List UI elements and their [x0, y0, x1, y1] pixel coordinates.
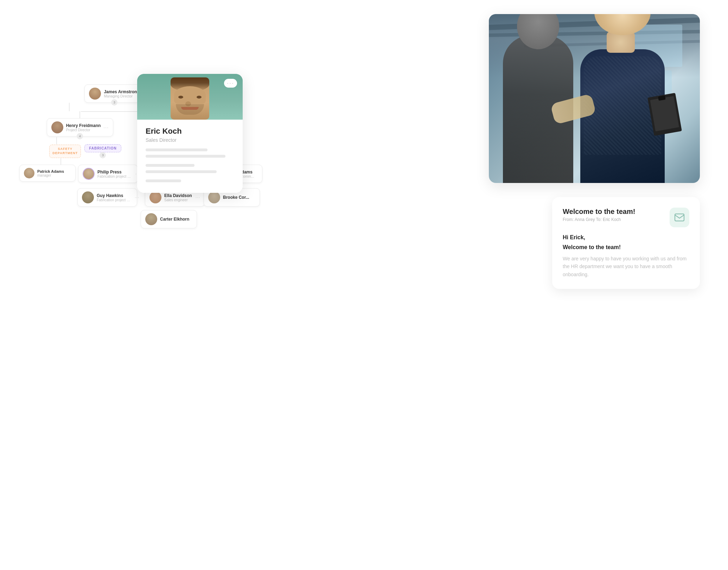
email-body: We are very happy to have you working wi…	[563, 255, 689, 278]
email-greeting: Hi Erick,	[563, 234, 689, 241]
email-welcome-line: Welcome to the team!	[563, 244, 689, 251]
node-henry[interactable]: Henry Freidmann Project Director ··· 4	[47, 118, 113, 137]
node-james[interactable]: James Armstrong Managing Director 3	[84, 84, 144, 103]
svg-rect-0	[675, 214, 684, 221]
email-from-to: From: Anna Grey To: Eric Koch	[563, 217, 635, 222]
profile-info-4	[146, 170, 217, 173]
node-guy[interactable]: Guy Hawkins Fabrication project manager …	[77, 188, 137, 207]
email-subject: Welcome to the team!	[563, 208, 635, 216]
hero-photo	[489, 14, 700, 183]
profile-name: Eric Koch	[146, 127, 234, 136]
profile-title: Sales Director	[146, 137, 234, 143]
profile-info-1	[146, 148, 207, 151]
profile-info-3	[146, 164, 194, 167]
profile-info-2	[146, 155, 225, 158]
dept-fabrication: FABRICATION	[84, 144, 121, 152]
node-patrick[interactable]: Patrick Adams manager	[19, 165, 76, 182]
node-philip[interactable]: Philip Press Fabrication project manager…	[78, 165, 138, 183]
node-carter[interactable]: Carter Elkhorn	[141, 210, 197, 228]
profile-options-button[interactable]: ···	[224, 79, 237, 88]
profile-card-eric-koch: ··· Eric Koch Sales Director	[137, 74, 243, 193]
email-icon-wrapper	[670, 208, 689, 227]
email-card: Welcome to the team! From: Anna Grey To:…	[552, 197, 700, 289]
envelope-icon	[675, 214, 684, 221]
profile-info-5	[146, 179, 181, 182]
dept-safety: SAFETY DEPARTMENT	[49, 145, 81, 158]
